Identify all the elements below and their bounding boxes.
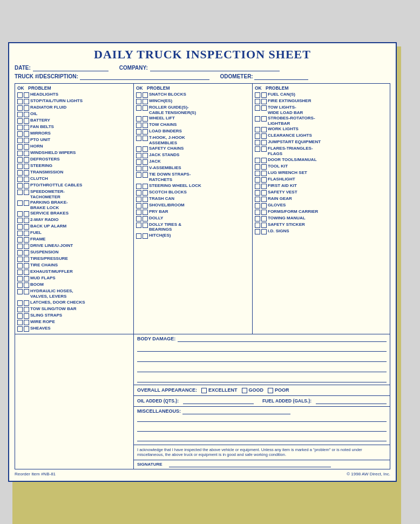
- ok-checkbox[interactable]: [17, 320, 23, 325]
- ok-checkbox[interactable]: [17, 211, 23, 217]
- ok-checkbox[interactable]: [136, 172, 141, 178]
- ok-checkbox[interactable]: [136, 223, 141, 228]
- problem-checkbox[interactable]: [24, 218, 29, 223]
- problem-checkbox[interactable]: [24, 250, 29, 256]
- problem-checkbox[interactable]: [143, 166, 148, 171]
- problem-checkbox[interactable]: [143, 146, 148, 152]
- problem-checkbox[interactable]: [24, 92, 29, 98]
- problem-checkbox[interactable]: [261, 177, 267, 183]
- ok-checkbox[interactable]: [17, 138, 23, 143]
- problem-checkbox[interactable]: [24, 164, 29, 169]
- problem-checkbox[interactable]: [24, 151, 29, 156]
- problem-checkbox[interactable]: [261, 229, 267, 234]
- problem-checkbox[interactable]: [143, 223, 148, 228]
- ok-checkbox[interactable]: [17, 313, 23, 319]
- problem-checkbox[interactable]: [24, 105, 29, 111]
- problem-checkbox[interactable]: [24, 170, 29, 176]
- ok-checkbox[interactable]: [136, 153, 141, 158]
- bd-line-3[interactable]: [137, 364, 387, 372]
- poor-checkbox[interactable]: [268, 388, 273, 393]
- problem-checkbox[interactable]: [143, 190, 148, 196]
- problem-checkbox[interactable]: [24, 138, 29, 143]
- good-option[interactable]: GOOD: [242, 387, 264, 393]
- problem-checkbox[interactable]: [261, 158, 267, 163]
- problem-checkbox[interactable]: [24, 211, 29, 217]
- body-damage-line[interactable]: [178, 336, 387, 342]
- problem-checkbox[interactable]: [143, 116, 148, 122]
- problem-checkbox[interactable]: [143, 197, 148, 202]
- ok-checkbox[interactable]: [136, 136, 141, 141]
- problem-checkbox[interactable]: [143, 233, 148, 239]
- ok-checkbox[interactable]: [136, 159, 141, 165]
- problem-checkbox[interactable]: [261, 133, 267, 139]
- problem-checkbox[interactable]: [143, 184, 148, 189]
- problem-checkbox[interactable]: [261, 197, 267, 202]
- ok-checkbox[interactable]: [136, 233, 141, 239]
- ok-checkbox[interactable]: [17, 224, 23, 230]
- problem-checkbox[interactable]: [261, 127, 267, 132]
- bd-line-2[interactable]: [137, 354, 387, 362]
- ok-checkbox[interactable]: [136, 216, 141, 221]
- ok-checkbox[interactable]: [136, 105, 141, 111]
- ok-checkbox[interactable]: [17, 105, 23, 111]
- problem-checkbox[interactable]: [261, 92, 267, 98]
- problem-checkbox[interactable]: [24, 99, 29, 104]
- ok-checkbox[interactable]: [136, 146, 141, 152]
- ok-checkbox[interactable]: [255, 184, 260, 189]
- problem-checkbox[interactable]: [24, 270, 29, 275]
- ok-checkbox[interactable]: [255, 158, 260, 163]
- problem-checkbox[interactable]: [143, 129, 148, 135]
- ok-checkbox[interactable]: [255, 210, 260, 215]
- ok-checkbox[interactable]: [17, 190, 23, 195]
- problem-checkbox[interactable]: [143, 216, 148, 221]
- problem-checkbox[interactable]: [261, 223, 267, 228]
- signature-line[interactable]: [169, 462, 331, 467]
- ok-checkbox[interactable]: [255, 223, 260, 228]
- ok-checkbox[interactable]: [255, 140, 260, 145]
- ok-checkbox[interactable]: [255, 146, 260, 152]
- ok-checkbox[interactable]: [136, 210, 141, 215]
- problem-checkbox[interactable]: [261, 105, 267, 111]
- ok-checkbox[interactable]: [255, 229, 260, 234]
- bd-line-1[interactable]: [137, 344, 387, 352]
- problem-checkbox[interactable]: [261, 216, 267, 221]
- ok-checkbox[interactable]: [136, 92, 141, 98]
- problem-checkbox[interactable]: [24, 200, 29, 206]
- problem-checkbox[interactable]: [143, 172, 148, 178]
- ok-checkbox[interactable]: [255, 177, 260, 183]
- problem-checkbox[interactable]: [24, 320, 29, 325]
- signature-row[interactable]: SIGNATURE: [134, 460, 390, 469]
- problem-checkbox[interactable]: [143, 203, 148, 209]
- ok-checkbox[interactable]: [17, 270, 23, 275]
- ok-checkbox[interactable]: [17, 144, 23, 150]
- ok-checkbox[interactable]: [17, 326, 23, 332]
- problem-checkbox[interactable]: [24, 157, 29, 163]
- misc-line-3[interactable]: [137, 434, 387, 441]
- oil-underline[interactable]: [183, 398, 254, 404]
- ok-checkbox[interactable]: [255, 116, 260, 122]
- ok-checkbox[interactable]: [17, 157, 23, 163]
- ok-checkbox[interactable]: [17, 289, 23, 294]
- problem-checkbox[interactable]: [143, 123, 148, 128]
- ok-checkbox[interactable]: [17, 92, 23, 98]
- problem-checkbox[interactable]: [24, 224, 29, 230]
- ok-checkbox[interactable]: [255, 105, 260, 111]
- problem-checkbox[interactable]: [143, 153, 148, 158]
- ok-checkbox[interactable]: [255, 197, 260, 202]
- company-underline[interactable]: [150, 65, 280, 71]
- misc-line-1[interactable]: [137, 414, 387, 422]
- date-underline[interactable]: [33, 65, 109, 71]
- problem-checkbox[interactable]: [24, 190, 29, 195]
- ok-checkbox[interactable]: [136, 190, 141, 196]
- ok-checkbox[interactable]: [255, 164, 260, 170]
- ok-checkbox[interactable]: [136, 99, 141, 104]
- problem-checkbox[interactable]: [24, 244, 29, 249]
- problem-checkbox[interactable]: [261, 116, 267, 122]
- problem-checkbox[interactable]: [24, 263, 29, 268]
- ok-checkbox[interactable]: [17, 231, 23, 236]
- problem-checkbox[interactable]: [24, 131, 29, 137]
- ok-checkbox[interactable]: [17, 283, 23, 288]
- problem-checkbox[interactable]: [24, 144, 29, 150]
- ok-checkbox[interactable]: [17, 170, 23, 176]
- good-checkbox[interactable]: [242, 388, 247, 393]
